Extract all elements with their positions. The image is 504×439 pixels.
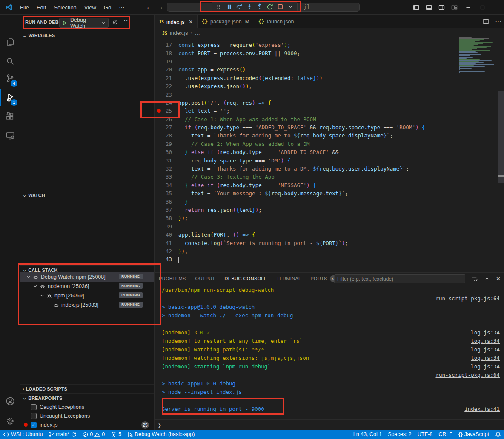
source-link[interactable]: log.js:34: [471, 338, 500, 344]
panel-tab-problems[interactable]: PROBLEMS: [159, 273, 186, 285]
more-actions-icon[interactable]: ⋯: [123, 17, 130, 25]
tab-launch.json[interactable]: {}launch.json: [254, 15, 299, 28]
status-wsl-ubuntu[interactable]: WSL: Ubuntu: [0, 430, 46, 439]
code-line-36[interactable]: 36 }: [155, 197, 495, 205]
breakpoint-checkbox[interactable]: [31, 413, 37, 419]
code-line-22[interactable]: 22 .use(express.json());: [155, 82, 495, 90]
section-loaded-scripts[interactable]: › LOADED SCRIPTS: [20, 384, 154, 393]
code-line-30[interactable]: 30 } else if (req.body.type === 'ADDED_T…: [155, 148, 495, 156]
breakpoint-row[interactable]: Uncaught Exceptions: [20, 411, 154, 420]
code-line-21[interactable]: 21 .use(express.urlencoded({extended: fa…: [155, 74, 495, 82]
gripper-button[interactable]: [215, 3, 223, 11]
code-line-18[interactable]: 18const PORT = process.env.PORT || 9000;: [155, 49, 495, 57]
code-line-34[interactable]: 34 } else if (req.body.type === 'MESSAGE…: [155, 181, 495, 189]
activity-accounts[interactable]: [0, 393, 20, 410]
source-link[interactable]: log.js:34: [471, 363, 500, 370]
breakpoint-dot-icon[interactable]: [157, 109, 161, 113]
menu-selection[interactable]: Selection: [50, 3, 80, 12]
close-window-icon[interactable]: [490, 0, 504, 15]
section-variables[interactable]: ⌄ VARIABLES: [20, 31, 154, 40]
layout-sidebar-right-icon[interactable]: [435, 0, 448, 15]
code-line-19[interactable]: 19: [155, 57, 495, 66]
code-line-23[interactable]: 23: [155, 90, 495, 98]
code-line-39[interactable]: 39: [155, 222, 495, 231]
source-link[interactable]: log.js:34: [471, 329, 500, 336]
console-filter[interactable]: [334, 274, 465, 283]
code-line-28[interactable]: 28 text = `Thanks for adding me to ${req…: [155, 131, 495, 140]
panel-tab-output[interactable]: OUTPUT: [195, 273, 215, 285]
step-out-button[interactable]: [255, 3, 264, 11]
panel-tab-debug-console[interactable]: DEBUG CONSOLE: [225, 273, 267, 285]
status-debug-watch-basic-app-[interactable]: Debug Watch (basic-app): [124, 430, 198, 439]
nav-back-icon[interactable]: ←: [146, 3, 152, 10]
panel-tab-ports[interactable]: PORTS5: [310, 273, 336, 285]
step-over-button[interactable]: [235, 3, 243, 11]
gear-icon[interactable]: [112, 19, 118, 26]
scrollbar-thumb[interactable]: [498, 91, 504, 183]
stop-button[interactable]: [276, 3, 284, 11]
source-link[interactable]: log.js:34: [471, 355, 500, 361]
code-line-35[interactable]: 35 text = `Your message : ${req.body.mes…: [155, 189, 495, 197]
breakpoint-row[interactable]: Caught Exceptions: [20, 402, 154, 411]
menu-go[interactable]: Go: [100, 3, 115, 12]
chevron-up-icon[interactable]: [484, 276, 490, 282]
activity-settings[interactable]: [0, 413, 20, 430]
code-line-31[interactable]: 31 req.body.space.type === 'DM') {: [155, 156, 495, 164]
restart-button[interactable]: [266, 3, 274, 11]
minimize-icon[interactable]: [461, 0, 475, 15]
minimap[interactable]: [459, 37, 498, 74]
close-icon[interactable]: ✕: [496, 276, 501, 282]
layout-customize-icon[interactable]: [448, 0, 461, 15]
debug-config-dropdown[interactable]: Debug Watch: [59, 18, 109, 28]
status-0[interactable]: 00: [80, 430, 108, 439]
code-line-26[interactable]: 26 // Case 1: When App was added to the …: [155, 115, 495, 123]
chevron-down-button[interactable]: [286, 3, 295, 11]
status-crlf[interactable]: CRLF: [435, 430, 455, 439]
call-stack-row[interactable]: Debug Watch: npm [25008]RUNNING: [20, 272, 154, 282]
code-line-32[interactable]: 32 text = `Thanks for adding me to a DM,…: [155, 165, 495, 173]
code-line-27[interactable]: 27 if (req.body.type === 'ADDED_TO_SPACE…: [155, 123, 495, 131]
code-line-24[interactable]: 24app.post('/', (req, res) => {: [155, 99, 495, 107]
code-line-43[interactable]: 43: [155, 255, 495, 263]
code-line-41[interactable]: 41 console.log(`Server is running in por…: [155, 239, 495, 247]
code-line-38[interactable]: 38});: [155, 214, 495, 222]
call-stack-row[interactable]: nodemon [25036]RUNNING: [20, 282, 154, 291]
menu-more[interactable]: ⋯: [115, 3, 128, 12]
layout-panel-icon[interactable]: [422, 0, 435, 15]
code-line-42[interactable]: 42});: [155, 247, 495, 255]
menu-view[interactable]: View: [80, 3, 100, 12]
breakpoint-checkbox[interactable]: [31, 404, 37, 410]
pause-button[interactable]: [225, 3, 233, 11]
call-stack-row[interactable]: index.js [25083]RUNNING: [20, 300, 154, 310]
console-filter-input[interactable]: [335, 275, 465, 283]
status-main-[interactable]: main*: [46, 430, 80, 439]
maximize-icon[interactable]: [475, 0, 490, 15]
menu-edit[interactable]: Edit: [33, 3, 50, 12]
activity-search[interactable]: [0, 53, 20, 70]
code-line-25[interactable]: 25 let text = '';: [155, 107, 495, 115]
code-line-37[interactable]: 37 return res.json({text});: [155, 206, 495, 214]
activity-run-and-debug[interactable]: 1: [0, 89, 20, 106]
split-editor-icon[interactable]: [483, 18, 489, 25]
status-ln-43-col-1[interactable]: Ln 43, Col 1: [350, 430, 385, 439]
activity-source-control[interactable]: 4: [0, 70, 20, 87]
source-link[interactable]: index.js:41: [464, 406, 500, 412]
activity-remote-explorer[interactable]: [0, 127, 20, 144]
tab-index.js[interactable]: JSindex.js✕: [155, 15, 198, 29]
breakpoint-row[interactable]: ✓index.js25: [20, 420, 154, 429]
source-link[interactable]: log.js:34: [471, 346, 500, 353]
filter-icon[interactable]: [472, 276, 478, 282]
panel-tab-terminal[interactable]: TERMINAL: [276, 273, 301, 285]
console-input-row[interactable]: ❯: [155, 419, 504, 430]
breakpoint-checkbox[interactable]: ✓: [31, 422, 37, 428]
section-watch[interactable]: ⌄ WATCH: [20, 191, 154, 199]
step-into-button[interactable]: [245, 3, 254, 11]
menu-file[interactable]: File: [16, 3, 33, 12]
source-link[interactable]: run-script-pkg.js:64: [435, 372, 500, 378]
activity-explorer[interactable]: [0, 34, 20, 51]
source-link[interactable]: run-script-pkg.js:64: [435, 295, 500, 302]
editor-scrollbar[interactable]: [498, 15, 504, 272]
code-line-33[interactable]: 33 // Case 3: Texting the App: [155, 173, 495, 181]
code-line-20[interactable]: 20const app = express(): [155, 66, 495, 74]
status-utf-8[interactable]: UTF-8: [415, 430, 435, 439]
